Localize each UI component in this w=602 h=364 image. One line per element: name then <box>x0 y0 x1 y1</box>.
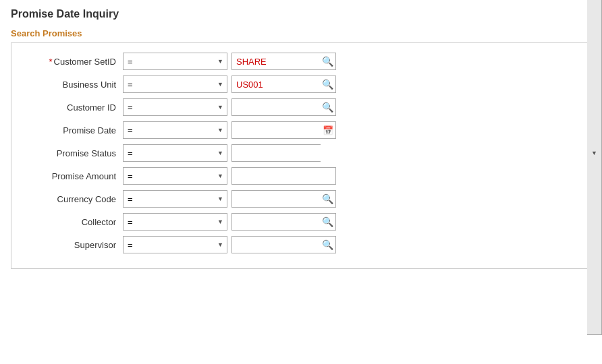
form-row-customer-setid: Customer SetID =<> 🔍 <box>25 53 577 70</box>
value-wrapper-customer-id: 🔍 <box>231 98 336 116</box>
operator-currency-code[interactable]: =<> <box>123 190 227 208</box>
operator-wrapper-promise-date: =<> <box>123 121 227 139</box>
operator-supervisor[interactable]: =<> <box>123 236 227 253</box>
label-supervisor: Supervisor <box>25 240 123 250</box>
form-row-customer-id: Customer ID =<> 🔍 <box>25 98 577 116</box>
dropdown-btn-promise-status[interactable]: ▼ <box>587 0 602 335</box>
label-customer-id: Customer ID <box>25 102 123 113</box>
section-title: Search Promises <box>11 28 591 38</box>
operator-collector[interactable]: =<> <box>123 213 227 231</box>
operator-customer-id[interactable]: =<> <box>123 98 227 116</box>
search-btn-business-unit[interactable]: 🔍 <box>322 80 333 89</box>
operator-wrapper-business-unit: =<> <box>123 75 227 93</box>
calendar-btn-promise-date[interactable]: 📅 <box>323 126 333 135</box>
label-customer-setid: Customer SetID <box>25 57 123 67</box>
search-btn-supervisor[interactable]: 🔍 <box>322 240 333 249</box>
form-row-promise-date: Promise Date =<> 📅 <box>25 121 577 139</box>
label-promise-status: Promise Status <box>25 148 123 158</box>
form-row-promise-status: Promise Status =<> ▼ <box>25 144 577 162</box>
form-row-promise-amount: Promise Amount =<> <box>25 167 577 185</box>
value-wrapper-customer-setid: 🔍 <box>231 53 336 70</box>
search-btn-currency-code[interactable]: 🔍 <box>322 194 333 204</box>
operator-wrapper-promise-status: =<> <box>123 144 227 162</box>
form-row-collector: Collector =<> 🔍 <box>25 213 577 231</box>
value-wrapper-promise-status: ▼ <box>231 144 336 162</box>
operator-wrapper-currency-code: =<> <box>123 190 227 208</box>
input-customer-setid[interactable] <box>231 53 336 70</box>
search-box: Customer SetID =<> 🔍 Business Unit =<> <box>11 42 591 269</box>
value-wrapper-promise-date: 📅 <box>231 121 336 139</box>
input-collector[interactable] <box>231 213 336 231</box>
form-row-business-unit: Business Unit =<> 🔍 <box>25 75 577 93</box>
value-wrapper-business-unit: 🔍 <box>231 75 336 93</box>
operator-wrapper-collector: =<> <box>123 213 227 231</box>
input-currency-code[interactable] <box>231 190 336 208</box>
search-btn-collector[interactable]: 🔍 <box>322 217 333 226</box>
label-business-unit: Business Unit <box>25 80 123 90</box>
search-btn-customer-id[interactable]: 🔍 <box>322 102 333 112</box>
input-business-unit[interactable] <box>231 75 336 93</box>
form-row-supervisor: Supervisor =<> 🔍 <box>25 236 577 253</box>
input-promise-status[interactable] <box>231 144 321 162</box>
value-wrapper-supervisor: 🔍 <box>231 236 336 253</box>
input-supervisor[interactable] <box>231 236 336 253</box>
label-currency-code: Currency Code <box>25 194 123 204</box>
input-promise-date[interactable] <box>231 121 336 139</box>
input-customer-id[interactable] <box>231 98 336 116</box>
input-promise-amount[interactable] <box>231 167 336 185</box>
label-promise-date: Promise Date <box>25 125 123 135</box>
value-wrapper-currency-code: 🔍 <box>231 190 336 208</box>
operator-wrapper-customer-setid: =<> <box>123 53 227 70</box>
search-btn-customer-setid[interactable]: 🔍 <box>322 57 333 66</box>
operator-wrapper-customer-id: =<> <box>123 98 227 116</box>
operator-promise-status[interactable]: =<> <box>123 144 227 162</box>
operator-promise-amount[interactable]: =<> <box>123 167 227 185</box>
form-row-currency-code: Currency Code =<> 🔍 <box>25 190 577 208</box>
value-wrapper-promise-amount <box>231 167 336 185</box>
value-wrapper-collector: 🔍 <box>231 213 336 231</box>
operator-business-unit[interactable]: =<> <box>123 75 227 93</box>
page-title: Promise Date Inquiry <box>11 8 591 20</box>
label-collector: Collector <box>25 217 123 227</box>
operator-wrapper-supervisor: =<> <box>123 236 227 253</box>
label-promise-amount: Promise Amount <box>25 171 123 181</box>
operator-customer-setid[interactable]: =<> <box>123 53 227 70</box>
operator-promise-date[interactable]: =<> <box>123 121 227 139</box>
operator-wrapper-promise-amount: =<> <box>123 167 227 185</box>
page-container: Promise Date Inquiry Search Promises Cus… <box>0 0 602 277</box>
